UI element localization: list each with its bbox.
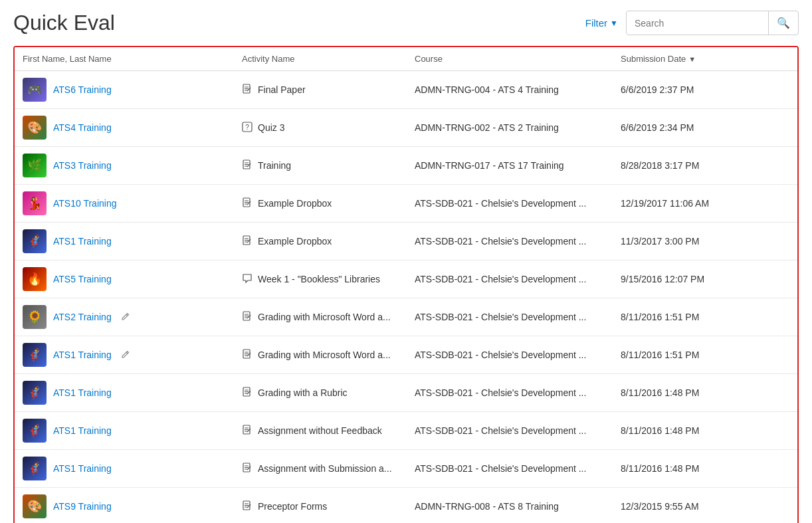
course-name: ATS-SDB-021 - Chelsie's Development ...	[415, 236, 586, 247]
table-row: 🦸 ATS1 Training Example Dropbox ATS-SDB-…	[15, 223, 797, 261]
course-name: ADMN-TRNG-002 - ATS 2 Training	[415, 122, 559, 133]
activity-type-icon	[242, 235, 253, 248]
activity-type-icon	[242, 159, 253, 172]
activity-name: Example Dropbox	[258, 198, 332, 209]
activity-type-icon	[242, 273, 253, 286]
search-button[interactable]: 🔍	[768, 11, 798, 35]
svg-line-22	[126, 314, 128, 316]
student-name-link[interactable]: ATS5 Training	[53, 274, 112, 284]
activity-name: Final Paper	[258, 84, 306, 95]
submission-date: 8/28/2018 3:17 PM	[621, 160, 789, 171]
student-name-link[interactable]: ATS9 Training	[53, 501, 112, 512]
activity-name: Grading with Microsoft Word a...	[258, 350, 391, 360]
activity-type-icon	[242, 197, 253, 210]
student-name-link[interactable]: ATS1 Training	[53, 425, 112, 436]
avatar: 🦸	[23, 343, 47, 367]
edit-icon	[121, 350, 130, 361]
search-input[interactable]	[627, 13, 768, 34]
student-name-link[interactable]: ATS2 Training	[53, 312, 112, 322]
avatar: 🦸	[23, 419, 47, 443]
student-name-link[interactable]: ATS4 Training	[53, 122, 112, 133]
filter-label: Filter	[585, 17, 607, 29]
course-cell: ATS-SDB-021 - Chelsie's Development ...	[415, 274, 621, 284]
table-headers: First Name, Last Name Activity Name Cour…	[15, 47, 797, 71]
activity-cell: Preceptor Forms	[242, 500, 415, 513]
col-header-activity: Activity Name	[242, 54, 415, 64]
course-name: ADMN-TRNG-017 - ATS 17 Training	[415, 160, 564, 171]
table-row: 🌿 ATS3 Training Training ADMN-TRNG-017 -…	[15, 147, 797, 185]
activity-cell: Week 1 - "Bookless" Libraries	[242, 273, 415, 286]
name-cell: 🎮 ATS6 Training	[23, 78, 242, 102]
course-cell: ATS-SDB-021 - Chelsie's Development ...	[415, 198, 621, 209]
activity-cell: Training	[242, 159, 415, 172]
student-name-link[interactable]: ATS1 Training	[53, 350, 112, 360]
activity-type-icon	[242, 84, 253, 96]
avatar: 🔥	[23, 267, 47, 291]
data-table: First Name, Last Name Activity Name Cour…	[13, 46, 799, 523]
name-cell: 🦸 ATS1 Training	[23, 229, 242, 253]
course-name: ATS-SDB-021 - Chelsie's Development ...	[415, 312, 586, 322]
course-cell: ADMN-TRNG-008 - ATS 8 Training	[415, 501, 621, 512]
submission-date: 12/19/2017 11:06 AM	[621, 198, 789, 209]
edit-icon	[121, 312, 130, 323]
student-name-link[interactable]: ATS10 Training	[53, 198, 116, 209]
course-name: ATS-SDB-021 - Chelsie's Development ...	[415, 425, 586, 436]
activity-name: Preceptor Forms	[258, 501, 327, 512]
submission-date: 12/3/2015 9:55 AM	[621, 501, 789, 512]
course-name: ADMN-TRNG-004 - ATS 4 Training	[415, 84, 559, 95]
filter-button[interactable]: Filter ▼	[585, 17, 618, 29]
course-cell: ATS-SDB-021 - Chelsie's Development ...	[415, 425, 621, 436]
activity-name: Grading with Microsoft Word a...	[258, 312, 391, 322]
student-name-link[interactable]: ATS6 Training	[53, 84, 112, 95]
avatar: 💃	[23, 191, 47, 215]
avatar: 🌿	[23, 154, 47, 177]
activity-cell: Assignment without Feedback	[242, 425, 415, 437]
activity-name: Assignment without Feedback	[258, 425, 382, 436]
avatar: 🎮	[23, 78, 47, 102]
student-name-link[interactable]: ATS1 Training	[53, 387, 112, 398]
sort-desc-icon: ▼	[688, 55, 696, 63]
submission-date: 8/11/2016 1:51 PM	[621, 312, 789, 322]
student-name-link[interactable]: ATS1 Training	[53, 463, 112, 474]
course-cell: ATS-SDB-021 - Chelsie's Development ...	[415, 350, 621, 360]
student-name-link[interactable]: ATS1 Training	[53, 236, 112, 247]
submission-date: 11/3/2017 3:00 PM	[621, 236, 789, 247]
name-cell: 🌻 ATS2 Training	[23, 305, 242, 329]
col-header-course: Course	[415, 54, 621, 64]
student-name-link[interactable]: ATS3 Training	[53, 160, 112, 171]
table-row: 🦸 ATS1 Training Assignment without Feedb…	[15, 412, 797, 450]
course-name: ATS-SDB-021 - Chelsie's Development ...	[415, 274, 586, 284]
course-cell: ATS-SDB-021 - Chelsie's Development ...	[415, 236, 621, 247]
table-row: 🎨 ATS4 Training ? Quiz 3 ADMN-TRNG-002 -…	[15, 109, 797, 147]
course-cell: ATS-SDB-021 - Chelsie's Development ...	[415, 387, 621, 398]
name-cell: 🎨 ATS4 Training	[23, 116, 242, 140]
activity-type-icon	[242, 387, 253, 399]
search-icon: 🔍	[777, 17, 790, 29]
activity-name: Training	[258, 160, 291, 171]
activity-name: Grading with a Rubric	[258, 387, 348, 398]
name-cell: 💃 ATS10 Training	[23, 191, 242, 215]
activity-type-icon	[242, 311, 253, 324]
submission-date: 8/11/2016 1:48 PM	[621, 387, 789, 398]
activity-type-icon	[242, 463, 253, 475]
table-row: 💃 ATS10 Training Example Dropbox ATS-SDB…	[15, 185, 797, 223]
table-row: 🌻 ATS2 Training Grading with Microsoft W…	[15, 298, 797, 336]
course-name: ADMN-TRNG-008 - ATS 8 Training	[415, 501, 559, 512]
name-cell: 🔥 ATS5 Training	[23, 267, 242, 291]
col-header-date[interactable]: Submission Date ▼	[621, 54, 789, 64]
avatar: 🦸	[23, 457, 47, 480]
activity-name: Quiz 3	[258, 122, 284, 133]
table-row: 🦸 ATS1 Training Grading with Microsoft W…	[15, 336, 797, 374]
name-cell: 🦸 ATS1 Training	[23, 419, 242, 443]
course-name: ATS-SDB-021 - Chelsie's Development ...	[415, 387, 586, 398]
page-title: Quick Eval	[13, 11, 115, 35]
table-row: 🦸 ATS1 Training Assignment with Submissi…	[15, 450, 797, 488]
submission-date: 6/6/2019 2:37 PM	[621, 84, 789, 95]
submission-date: 8/11/2016 1:51 PM	[621, 350, 789, 360]
activity-type-icon	[242, 349, 253, 362]
course-cell: ADMN-TRNG-004 - ATS 4 Training	[415, 84, 621, 95]
page-header: Quick Eval Filter ▼ 🔍	[13, 11, 799, 35]
svg-line-28	[126, 352, 128, 354]
name-cell: 🎨 ATS9 Training	[23, 494, 242, 518]
course-name: ATS-SDB-021 - Chelsie's Development ...	[415, 198, 586, 209]
